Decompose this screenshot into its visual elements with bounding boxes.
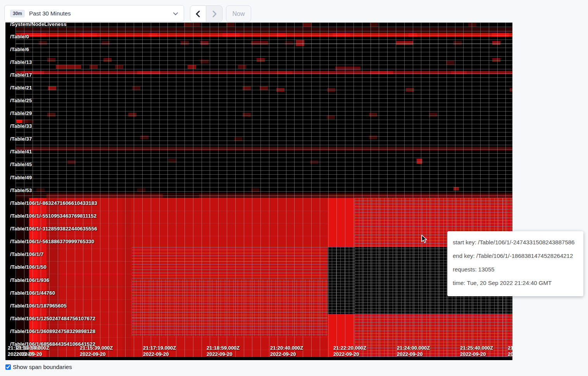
heatmap-row-label: /Table/33 <box>10 123 32 129</box>
time-range-select[interactable]: 30m Past 30 Minutes <box>4 5 184 22</box>
heatmap-row-label: /Table/106/1/-8632471606610433183 <box>10 200 97 206</box>
heatmap-x-axis-label: 21:13:59.000Z2022-09-20 <box>16 345 49 357</box>
tooltip-end-key: end key: /Table/106/1/-18683814745282642… <box>447 249 583 263</box>
heatmap-x-axis-label: 21:15:39.000Z2022-09-20 <box>80 345 113 357</box>
heatmap-row-label: /Table/106/1/-561886370999765330 <box>10 239 94 244</box>
heatmap-row-label: /Table/106/1/-5510953463769811152 <box>10 213 97 219</box>
chevron-right-icon <box>211 10 217 18</box>
heatmap-row-label: /Table/106/1/-3128593822440635556 <box>10 226 97 232</box>
heatmap-row-label: /Table/37 <box>10 136 32 142</box>
tooltip-requests: requests: 13055 <box>447 263 583 276</box>
chevron-down-icon <box>173 10 178 15</box>
toolbar: 30m Past 30 Minutes Now <box>0 0 588 23</box>
back-button[interactable] <box>190 6 206 22</box>
heatmap-row-label: /Table/106/1/187965605 <box>10 303 67 309</box>
footer: Show span boundaries <box>5 364 72 370</box>
heatmap-canvas[interactable]: /System/NodeLiveness/Table/0/Table/6/Tab… <box>5 22 512 360</box>
heatmap-gridlines <box>16 22 512 198</box>
heatmap-row-label: /Table/45 <box>10 161 32 167</box>
heatmap-row-label: /Table/17 <box>10 72 32 78</box>
heatmap-x-axis-label: 21:27:20.000Z2022-09-20 <box>508 345 512 357</box>
show-span-boundaries-checkbox[interactable] <box>5 364 11 370</box>
heatmap-row-label: /Table/13 <box>10 59 32 65</box>
time-range-label: Past 30 Minutes <box>29 10 71 17</box>
heatmap-row-label: /Table/106/1/44760 <box>10 290 55 296</box>
tooltip-time: time: Tue, 20 Sep 2022 21:24:40 GMT <box>447 276 583 290</box>
tooltip-start-key: start key: /Table/106/1/-247433150824388… <box>447 235 583 249</box>
heatmap-row-label: /Table/6 <box>10 46 29 52</box>
heatmap-row-label: /Table/41 <box>10 149 32 155</box>
heatmap-row-label: /Table/53 <box>10 187 32 193</box>
heatmap-gridlines <box>328 247 355 314</box>
heatmap-row-label: /Table/106/1/936 <box>10 277 49 283</box>
heatmap-row-label: /Table/106/1/50 <box>10 264 47 270</box>
heatmap-x-axis-label: 21:18:59.000Z2022-09-20 <box>207 345 240 357</box>
chevron-left-icon <box>195 10 201 18</box>
heatmap-region <box>5 357 512 360</box>
time-nav-group <box>190 5 222 22</box>
heatmap-gridlines <box>132 280 328 336</box>
heatmap-x-axis-label: 21:25:40.000Z2022-09-20 <box>460 345 493 357</box>
mouse-cursor-icon <box>420 234 428 244</box>
heatmap-row-label: /Table/29 <box>10 110 32 116</box>
heatmap-x-axis-label: 21:17:19.000Z2022-09-20 <box>143 345 176 357</box>
heatmap-row-label: /Table/0 <box>10 34 29 39</box>
heatmap-row-label: /Table/106/1/1250247484756107672 <box>10 316 95 321</box>
heatmap-row-label: /Table/49 <box>10 175 32 180</box>
heatmap-x-axis-label: 21:22:20.000Z2022-09-20 <box>333 345 366 357</box>
heatmap-row-label: /Table/25 <box>10 98 32 103</box>
now-button[interactable]: Now <box>226 5 251 22</box>
time-range-badge: 30m <box>10 10 25 17</box>
heatmap-row-label: /Table/21 <box>10 85 32 91</box>
heatmap-row-label: /Table/106/1/7 <box>10 251 43 257</box>
cell-tooltip: start key: /Table/106/1/-247433150824388… <box>447 231 583 296</box>
heatmap-row-label: /System/NodeLiveness <box>10 22 67 27</box>
heatmap-row-label: /Table/106/1/3608924758329898128 <box>10 328 95 334</box>
show-span-boundaries-label: Show span boundaries <box>13 364 72 370</box>
heatmap-x-axis-label: 21:20:40.000Z2022-09-20 <box>270 345 303 357</box>
forward-button[interactable] <box>206 6 222 22</box>
heatmap-x-axis-label: 21:24:00.000Z2022-09-20 <box>397 345 430 357</box>
